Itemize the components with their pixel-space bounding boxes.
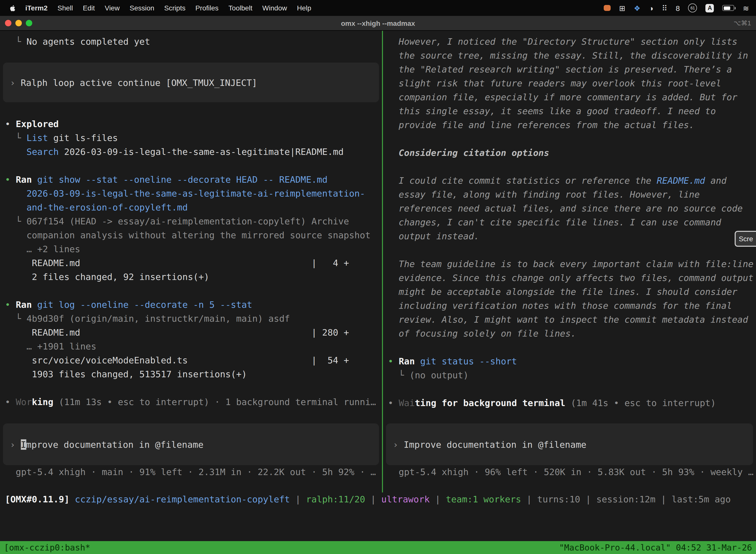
menu-bar: iTerm2 ShellEditViewSessionScriptsProfil… — [0, 0, 756, 16]
menu-items: ShellEditViewSessionScriptsProfilesToolb… — [53, 4, 316, 12]
right-pane[interactable]: However, I noticed the "Directory Struct… — [383, 31, 756, 492]
input-source-icon[interactable]: A — [706, 4, 714, 12]
terminal-line: output instead. — [383, 229, 756, 243]
prompt-chevron: › — [10, 439, 20, 449]
thinking-paragraph: The team guideline is to back every impo… — [383, 257, 756, 271]
text-segment: git ls-files — [48, 132, 118, 143]
window-title-bar[interactable]: omx --xhigh --madmax ⌥⌘1 — [0, 16, 756, 31]
text-segment: | — [365, 494, 381, 504]
left-pane[interactable]: └ No agents completed yet› Ralph loop ac… — [0, 31, 382, 492]
screenshot-overlay: Scre — [735, 231, 756, 247]
file-link: README.md — [657, 175, 705, 186]
battery-icon[interactable] — [722, 5, 735, 11]
menu-item-profiles[interactable]: Profiles — [190, 4, 224, 12]
blue-app-icon[interactable]: ❖ — [634, 4, 640, 12]
text-segment: src/voice/voiceModeEnabled.ts | 54 + — [5, 355, 349, 365]
eight-app-icon[interactable]: 8 — [676, 4, 680, 12]
text-segment: 2026-03-09-is-legal-the-same-as-legitima… — [59, 147, 344, 157]
text-segment: └ — [388, 370, 410, 380]
screen: iTerm2 ShellEditViewSessionScriptsProfil… — [0, 0, 756, 554]
command-text: git show --stat --oneline --decorate HEA… — [32, 174, 327, 185]
cursor-block: I — [20, 439, 26, 449]
text-segment: Wor — [16, 397, 32, 407]
terminal-line: └ 067f154 (HEAD -> essay/ai-reimplementa… — [0, 214, 382, 228]
tmux-status-bar: [omx-cczip0:bash* "MacBook-Pro-44.local"… — [0, 541, 756, 554]
menu-item-view[interactable]: View — [100, 4, 125, 12]
text-segment: | — [655, 494, 672, 504]
tmux-host-time: "MacBook-Pro-44.local" 04:52 31-Mar-26 — [559, 543, 752, 553]
command-text: git log --oneline --decorate -n 5 --stat — [32, 299, 252, 310]
text-segment: | — [290, 494, 306, 504]
text-segment: Considering citation options — [388, 148, 549, 158]
menu-item-iterm2[interactable]: iTerm2 — [20, 4, 53, 12]
text-segment: gpt-5.4 xhigh · main · 91% left · 2.31M … — [5, 466, 376, 477]
terminal-line: provide file and line references from th… — [383, 118, 756, 132]
terminal-line: └ List git ls-files — [0, 131, 382, 145]
text-segment: the "Related research writing" section i… — [388, 64, 732, 74]
menu-item-scripts[interactable]: Scripts — [159, 4, 190, 12]
window-grid-icon[interactable]: ⊞ — [619, 4, 625, 12]
text-segment: and — [705, 175, 727, 186]
terminal-line: companion file, especially if more comme… — [383, 90, 756, 104]
menu-item-help[interactable]: Help — [292, 4, 316, 12]
text-segment: provide file and line references from th… — [388, 120, 694, 130]
text-segment — [5, 147, 26, 157]
close-button[interactable] — [5, 20, 11, 26]
agents-status-line: └ No agents completed yet — [0, 35, 382, 49]
circle-app-icon[interactable]: ◑ — [649, 4, 653, 12]
text-segment: changes, I can't cite specific file line… — [388, 217, 721, 227]
text-segment: (1m 41s • esc to interrupt) — [565, 398, 716, 408]
terminal-line: including verification notes with those … — [383, 299, 756, 313]
wifi-icon[interactable]: ≋ — [743, 4, 749, 12]
text-segment: 2 files changed, 92 insertions(+) — [5, 272, 209, 282]
ultrawork-badge: ultrawork — [381, 494, 430, 504]
session-duration: session:12m — [596, 494, 655, 504]
apple-menu-icon[interactable] — [5, 4, 20, 12]
terminal-line: evidence. Since this change only affects… — [383, 271, 756, 285]
screen-recording-indicator-icon[interactable] — [604, 5, 611, 11]
menu-item-toolbelt[interactable]: Toolbelt — [224, 4, 257, 12]
text-segment: However, I noticed the "Directory Struct… — [388, 36, 737, 47]
bullet: • — [388, 356, 398, 366]
thinking-paragraph: However, I noticed the "Directory Struct… — [383, 35, 756, 49]
ran-git-show: • Ran git show --stat --oneline --decora… — [0, 173, 382, 187]
text-segment: of focusing solely on file lines. — [388, 328, 576, 339]
tool-name: Search — [26, 147, 59, 157]
menu-item-session[interactable]: Session — [125, 4, 159, 12]
prompt-input[interactable]: › Improve documentation in @filename — [3, 424, 379, 465]
text-segment: the source tree, missing the essay. Stil… — [388, 50, 748, 61]
menu-bar-left: iTerm2 ShellEditViewSessionScriptsProfil… — [5, 4, 316, 12]
menu-item-window[interactable]: Window — [257, 4, 292, 12]
ran-git-status: • Ran git status --short — [383, 354, 756, 368]
terminal-line: … +2 lines — [0, 242, 382, 256]
zoom-button[interactable] — [26, 20, 32, 26]
text-segment: 1903 files changed, 513517 insertions(+) — [5, 369, 247, 379]
text-segment: 067f154 (HEAD -> essay/ai-reimplementati… — [26, 216, 349, 226]
text-segment: references need actual files, and since … — [388, 203, 743, 214]
text-segment: | — [580, 494, 596, 504]
terminal-line: changes, I can't cite specific file line… — [383, 215, 756, 229]
waiting-status-line: • Waiting for background terminal (1m 41… — [383, 396, 756, 410]
dots-grid-icon[interactable]: ⠿ — [662, 4, 667, 12]
menu-bar-status-icons: ⊞ ❖ ◑ ⠿ 8 61 A ≋ — [604, 3, 751, 12]
menu-item-edit[interactable]: Edit — [78, 4, 100, 12]
prompt-input[interactable]: › Improve documentation in @filename — [386, 424, 753, 465]
bullet: • — [5, 397, 16, 407]
terminal-line: └ (no output) — [383, 368, 756, 382]
text-segment: Ran — [398, 356, 415, 366]
battery-meter-icon[interactable]: 61 — [688, 3, 697, 12]
model-status-line: gpt-5.4 xhigh · 96% left · 520K in · 5.8… — [383, 465, 756, 479]
terminal-line: the source tree, missing the essay. Stil… — [383, 49, 756, 63]
text-segment: Explored — [16, 119, 59, 129]
terminal-line: of focusing solely on file lines. — [383, 327, 756, 340]
bullet: • — [5, 174, 16, 185]
text-segment: this single essay, it seems like a good … — [388, 106, 716, 116]
omx-version: [OMX#0.11.9] — [5, 494, 69, 504]
text-segment: └ — [5, 313, 26, 324]
minimize-button[interactable] — [15, 20, 22, 26]
ralph-loop-banner[interactable]: › Ralph loop active continue [OMX_TMUX_I… — [3, 63, 379, 102]
text-segment: review. Also, I might want to inspect th… — [388, 314, 748, 325]
menu-item-shell[interactable]: Shell — [53, 4, 78, 12]
text-segment: gpt-5.4 xhigh · 96% left · 520K in · 5.8… — [388, 466, 754, 477]
text-segment: (no output) — [410, 370, 468, 380]
